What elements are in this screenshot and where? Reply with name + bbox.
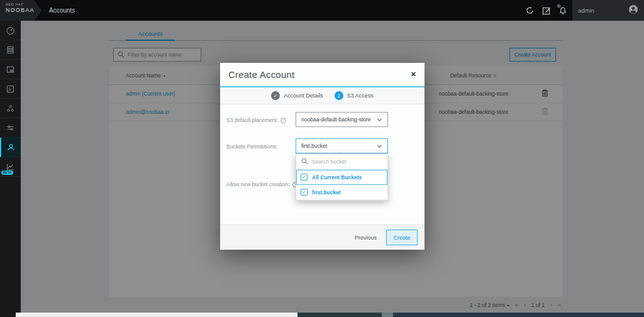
wizard-steps: Account Details 2 S3 Access bbox=[220, 87, 425, 104]
sidebar-item-overview[interactable] bbox=[0, 21, 21, 40]
fx-icon: fx bbox=[6, 84, 15, 94]
compose-icon[interactable] bbox=[542, 6, 551, 15]
brand-noobaa: NOOBAA bbox=[6, 7, 42, 13]
option-first-bucket[interactable]: first.bucket bbox=[296, 185, 387, 200]
step-s3-access: 2 S3 Access bbox=[335, 91, 374, 100]
topbar-actions bbox=[525, 0, 567, 21]
notification-badge bbox=[557, 4, 561, 8]
modal-header: Create Account bbox=[220, 63, 425, 86]
bottom-strip-light bbox=[16, 313, 297, 317]
modal-body: S3 default placement: noobaa-default-bac… bbox=[220, 104, 425, 225]
modal-footer: Previous Create bbox=[220, 225, 425, 250]
permissions-select[interactable]: first.bucket bbox=[296, 138, 388, 153]
sidebar-item-resources[interactable] bbox=[0, 40, 21, 60]
info-icon[interactable] bbox=[280, 118, 286, 123]
close-icon[interactable] bbox=[411, 70, 416, 79]
step-account-details: Account Details bbox=[271, 91, 323, 100]
cluster-nodes-icon bbox=[6, 104, 15, 113]
step-number-badge: 2 bbox=[335, 91, 343, 100]
notifications-bell-icon[interactable] bbox=[558, 6, 567, 15]
svg-text:fx: fx bbox=[8, 87, 12, 92]
buckets-dropdown-panel: All Current Buckets first.bucket bbox=[296, 153, 388, 201]
bottom-strip-teal bbox=[297, 313, 382, 317]
bucket-search-box bbox=[296, 154, 387, 170]
gauge-icon bbox=[6, 26, 15, 35]
search-icon bbox=[301, 156, 308, 167]
sidebar-item-functions[interactable]: fx bbox=[0, 79, 21, 99]
refresh-icon[interactable] bbox=[525, 6, 535, 15]
placement-field-label: S3 default placement: bbox=[226, 117, 286, 123]
sidebar-item-accounts[interactable] bbox=[0, 138, 21, 157]
bottom-strip-gray bbox=[382, 313, 393, 317]
create-account-modal: Create Account Account Details 2 S3 Acce… bbox=[220, 63, 425, 250]
sidebar-item-analytics[interactable]: BETA bbox=[0, 157, 21, 177]
sidebar-item-cluster[interactable] bbox=[0, 99, 21, 118]
previous-button[interactable]: Previous bbox=[355, 235, 377, 241]
create-button[interactable]: Create bbox=[386, 230, 418, 245]
step-label: S3 Access bbox=[347, 92, 374, 99]
sidebar-nav: fx BETA bbox=[0, 21, 21, 317]
placement-select[interactable]: noobaa-default-backing-store bbox=[296, 112, 388, 127]
sidebar-item-management[interactable] bbox=[0, 118, 21, 138]
top-bar: RED HAT' NOOBAA Accounts admin bbox=[0, 0, 644, 21]
allow-bucket-field-label: Allow new bucket creation: bbox=[226, 181, 298, 187]
bucket-window-icon bbox=[6, 65, 15, 74]
breadcrumb: Accounts bbox=[49, 0, 75, 21]
permissions-field-label: Buckets Permissions: bbox=[226, 143, 277, 150]
user-segment: admin bbox=[572, 0, 644, 21]
option-all-current-buckets[interactable]: All Current Buckets bbox=[296, 170, 387, 185]
chevron-down-icon bbox=[377, 143, 382, 149]
sidebar-item-buckets[interactable] bbox=[0, 60, 21, 79]
step-label: Account Details bbox=[284, 92, 323, 99]
chevron-down-icon bbox=[377, 117, 382, 123]
checkbox-checked-icon bbox=[301, 189, 308, 196]
server-stack-icon bbox=[6, 45, 15, 55]
accounts-person-icon bbox=[6, 143, 16, 152]
bucket-search-input[interactable] bbox=[312, 158, 375, 165]
username-label: admin bbox=[578, 7, 594, 14]
checkbox-checked-icon bbox=[301, 174, 308, 181]
sliders-icon bbox=[6, 123, 15, 133]
avatar[interactable] bbox=[628, 4, 638, 17]
brand-redhat: RED HAT' bbox=[6, 3, 42, 6]
beta-badge: BETA bbox=[1, 170, 13, 175]
bottom-strip-dark bbox=[0, 313, 16, 317]
bottom-strip-navy bbox=[393, 313, 644, 317]
noobaa-logo: RED HAT' NOOBAA bbox=[0, 0, 42, 21]
modal-title: Create Account bbox=[228, 69, 294, 80]
step-done-check-icon bbox=[271, 91, 280, 100]
